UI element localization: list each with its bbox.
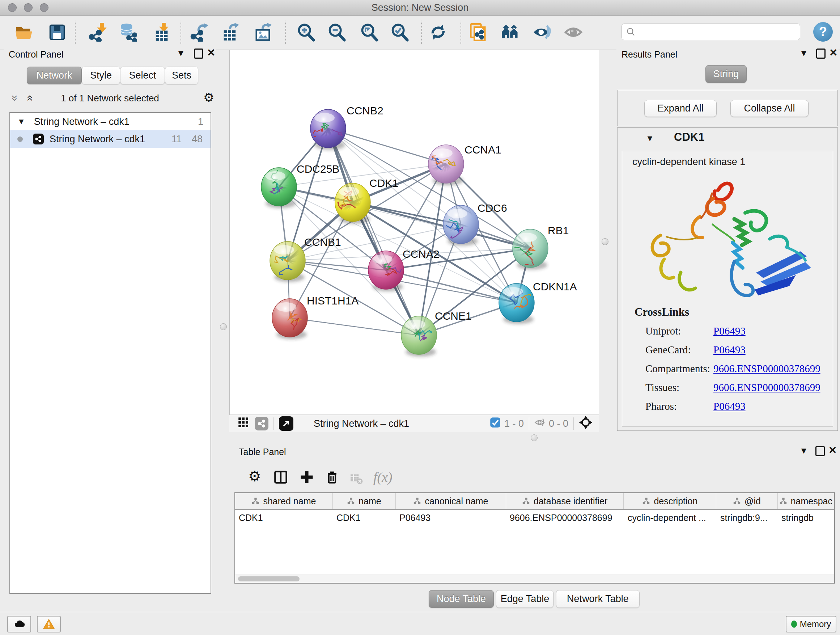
tab-network[interactable]: Network xyxy=(27,67,82,84)
add-column-icon[interactable] xyxy=(299,469,315,486)
control-panel-close-icon[interactable]: ✕ xyxy=(207,48,215,57)
column-header-database-identifier[interactable]: database identifier xyxy=(506,493,624,509)
node-label-CDC25B[interactable]: CDC25B xyxy=(297,163,339,175)
show-columns-icon[interactable] xyxy=(273,469,289,486)
node-label-CCNE1[interactable]: CCNE1 xyxy=(435,310,472,322)
memory-button[interactable]: Memory xyxy=(786,616,836,632)
help-button[interactable]: ? xyxy=(813,22,833,42)
crosslink-link[interactable]: P06493 xyxy=(714,401,745,412)
results-panel-menu-icon[interactable]: ▼ xyxy=(799,49,808,58)
table-panel-close-icon[interactable]: ✕ xyxy=(829,446,837,455)
window-zoom-button[interactable] xyxy=(40,3,49,12)
grid-view-icon[interactable] xyxy=(238,417,249,431)
entry-collapse-triangle-icon[interactable]: ▼ xyxy=(646,134,654,143)
right-splitter-handle[interactable] xyxy=(602,238,608,245)
search-input[interactable] xyxy=(638,27,800,37)
zoom-fit-icon[interactable] xyxy=(360,23,379,42)
table-row[interactable]: CDK1CDK1P064939606.ENSP00000378699cyclin… xyxy=(235,510,834,526)
network-view-type-icon[interactable] xyxy=(255,417,268,431)
first-neighbors-icon[interactable] xyxy=(501,23,519,42)
tab-node-table[interactable]: Node Table xyxy=(429,590,494,608)
node-label-CCNA1[interactable]: CCNA1 xyxy=(464,144,501,156)
fit-content-crosshair-icon[interactable] xyxy=(579,416,592,432)
column-header-canonical-name[interactable]: canonical name xyxy=(396,493,506,509)
save-session-icon[interactable] xyxy=(48,23,66,42)
results-panel-close-icon[interactable]: ✕ xyxy=(829,48,837,57)
show-hidden-icon[interactable] xyxy=(564,23,583,42)
export-image-icon[interactable] xyxy=(253,23,272,42)
open-session-icon[interactable] xyxy=(14,23,33,42)
node-label-CCNB2[interactable]: CCNB2 xyxy=(347,105,384,117)
hidden-eye-icon[interactable] xyxy=(534,417,546,431)
warnings-button[interactable] xyxy=(37,616,61,632)
apply-layout-icon[interactable] xyxy=(429,23,447,42)
zoom-selected-icon[interactable] xyxy=(390,23,409,42)
node-label-CCNA2[interactable]: CCNA2 xyxy=(403,248,439,260)
hide-selection-icon[interactable] xyxy=(532,23,551,42)
results-panel-float-icon[interactable] xyxy=(816,49,826,59)
delete-column-trash-icon[interactable] xyxy=(324,469,340,486)
table-panel-float-icon[interactable] xyxy=(815,446,825,456)
zoom-in-icon[interactable] xyxy=(297,23,316,42)
table-cell[interactable]: P06493 xyxy=(396,513,506,523)
control-panel: Control Panel ▼ ✕ Network Style Select S… xyxy=(4,46,216,598)
node-label-CDK1[interactable]: CDK1 xyxy=(369,177,398,189)
network-panel-gear-icon[interactable]: ⚙ xyxy=(203,91,214,103)
import-network-icon[interactable] xyxy=(88,23,107,42)
tab-network-table[interactable]: Network Table xyxy=(556,590,639,608)
export-table-icon[interactable] xyxy=(221,23,240,42)
control-panel-menu-icon[interactable]: ▼ xyxy=(177,49,185,58)
crosslink-link[interactable]: P06493 xyxy=(714,325,745,337)
column-header-description[interactable]: description xyxy=(624,493,716,509)
collapse-triangle-icon[interactable]: ▼ xyxy=(17,117,25,126)
table-cell[interactable]: CDK1 xyxy=(235,513,333,523)
column-header-name[interactable]: name xyxy=(333,493,396,509)
table-cell[interactable]: 9606.ENSP00000378699 xyxy=(506,513,624,523)
column-header-namespac[interactable]: namespac xyxy=(778,493,834,509)
window-minimize-button[interactable] xyxy=(24,3,33,12)
node-label-CDC6[interactable]: CDC6 xyxy=(477,202,507,214)
table-horizontal-scrollbar[interactable] xyxy=(235,575,834,583)
node-label-CCNB1[interactable]: CCNB1 xyxy=(304,236,341,248)
column-label: @id xyxy=(745,496,761,507)
node-label-RB1[interactable]: RB1 xyxy=(548,225,569,236)
network-row-selected[interactable]: String Network – cdk1 11 48 xyxy=(10,130,210,148)
tab-select[interactable]: Select xyxy=(120,67,165,84)
network-canvas[interactable]: CCNB2CCNA1CDC25BCDK1CDC6RB1CCNB1CCNA2CDK… xyxy=(229,50,599,415)
column-header-shared-name[interactable]: shared name xyxy=(235,493,333,509)
column-header--id[interactable]: @id xyxy=(716,493,777,509)
network-collection-row[interactable]: ▼ String Network – cdk1 1 xyxy=(10,113,210,130)
tab-string[interactable]: String xyxy=(706,65,747,83)
new-network-from-selection-icon[interactable] xyxy=(469,23,488,42)
tab-edge-table[interactable]: Edge Table xyxy=(496,590,554,608)
collapse-all-button[interactable]: Collapse All xyxy=(730,100,808,117)
expand-all-button[interactable]: Expand All xyxy=(644,100,717,117)
status-bar: Memory xyxy=(0,612,840,635)
import-network-from-database-icon[interactable] xyxy=(118,23,137,42)
node-label-HIST1H1A[interactable]: HIST1H1A xyxy=(307,295,358,307)
table-cell[interactable]: CDK1 xyxy=(333,513,396,523)
birdseye-view-icon[interactable] xyxy=(279,416,294,431)
table-panel-menu-icon[interactable]: ▼ xyxy=(799,446,808,455)
table-cell[interactable]: stringdb:9... xyxy=(717,513,778,523)
cloud-button[interactable] xyxy=(7,616,31,632)
node-label-CDKN1A[interactable]: CDKN1A xyxy=(533,280,577,293)
bottom-splitter-handle[interactable] xyxy=(531,434,538,441)
tab-sets[interactable]: Sets xyxy=(165,67,198,84)
crosslink-link[interactable]: 9606.ENSP00000378699 xyxy=(714,382,821,394)
crosslink-link[interactable]: 9606.ENSP00000378699 xyxy=(714,363,821,375)
selected-checkbox-icon[interactable] xyxy=(490,417,501,431)
zoom-out-icon[interactable] xyxy=(327,23,346,42)
control-panel-float-icon[interactable] xyxy=(194,49,203,59)
left-splitter-handle[interactable] xyxy=(220,323,227,330)
window-close-button[interactable] xyxy=(8,3,17,12)
crosslink-row: GeneCard:P06493 xyxy=(645,340,826,359)
table-options-gear-icon[interactable]: ⚙ xyxy=(248,470,261,482)
import-table-icon[interactable] xyxy=(152,23,171,42)
export-network-icon[interactable] xyxy=(190,23,209,42)
table-cell[interactable]: cyclin-dependent ... xyxy=(624,513,717,523)
scrollbar-thumb[interactable] xyxy=(238,576,300,581)
crosslink-link[interactable]: P06493 xyxy=(714,344,745,356)
tab-style[interactable]: Style xyxy=(82,67,120,84)
table-cell[interactable]: stringdb xyxy=(778,513,834,523)
